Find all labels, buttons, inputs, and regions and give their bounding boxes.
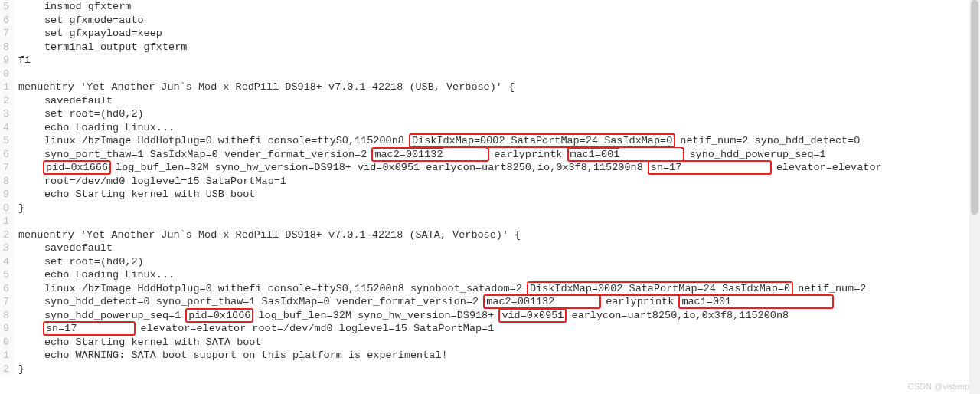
code-line: syno_hdd_detect=0 syno_port_thaw=1 SasId… (18, 295, 980, 309)
highlight-mac1: mac1=001XXXXXXXXXXXXXXXX (678, 294, 833, 309)
code-line: set root=(hd0,2) (18, 107, 980, 121)
code-line: savedefault (18, 241, 980, 255)
redacted-mask: XXXXXXX (554, 296, 598, 306)
line-number: 5 (0, 268, 9, 282)
code-line (18, 215, 980, 228)
line-number: 6 (0, 282, 9, 296)
line-number: 0 (0, 202, 9, 215)
watermark-text: CSDN @vistaup (908, 382, 969, 391)
line-number: 7 (0, 295, 9, 309)
line-number: 6 (0, 14, 9, 28)
line-number: 2 (0, 228, 9, 242)
line-number: 3 (0, 107, 9, 121)
code-line: menuentry 'Yet Another Jun`s Mod x RedPi… (18, 80, 980, 94)
redacted-mask: XXXXXXXXXXXXXX (681, 162, 768, 172)
highlight-sn: sn=17XXXXXXXXX (43, 321, 136, 336)
line-number: 9 (0, 188, 9, 202)
line-number: 1 (0, 215, 9, 228)
line-number: 2 (0, 94, 9, 108)
code-line: set gfxmode=auto (18, 14, 980, 28)
code-line: echo WARNING: SATA boot support on this … (18, 349, 980, 363)
highlight-sn: sn=17XXXXXXXXXXXXXX (648, 160, 772, 175)
line-number-gutter: 5678901234567890123456789012 (0, 0, 14, 376)
code-line: linux /bzImage HddHotplug=0 withefi cons… (18, 282, 980, 296)
redacted-mask: XXXXXXXXXX (619, 148, 681, 158)
code-line: echo Loading Linux... (18, 121, 980, 135)
highlight-mac2: mac2=001132XXXXXXX (483, 294, 601, 309)
highlight-mac1: mac1=001XXXXXXXXXX (567, 147, 685, 162)
line-number: 6 (0, 148, 9, 162)
line-number: 7 (0, 27, 9, 41)
code-line: syno_hdd_powerup_seq=1 pid=0x1666 log_bu… (18, 309, 980, 323)
line-number: 4 (0, 255, 9, 269)
highlight-diskidxmap: DiskIdxMap=0002 SataPortMap=24 SasIdxMap… (409, 133, 675, 148)
line-number: 7 (0, 161, 9, 175)
code-line: terminal_output gfxterm (18, 41, 980, 54)
code-line: root=/dev/md0 loglevel=15 SataPortMap=1 (18, 175, 980, 189)
vertical-scrollbar[interactable] (969, 0, 980, 394)
line-number: 8 (0, 309, 9, 323)
code-line: syno_port_thaw=1 SasIdxMap=0 vender_form… (18, 148, 980, 162)
highlight-diskidxmap: DiskIdxMap=0002 SataPortMap=24 SasIdxMap… (527, 281, 793, 296)
redacted-mask: XXXXXXXXXXXXXXXX (731, 296, 831, 306)
code-line (18, 67, 980, 81)
highlight-vid: vid=0x0951 (498, 308, 567, 323)
code-content[interactable]: insmod gfxterm set gfxmode=auto set gfxp… (14, 0, 980, 376)
code-editor: 5678901234567890123456789012 insmod gfxt… (0, 0, 980, 376)
line-number: 9 (0, 54, 9, 67)
highlight-mac2: mac2=001132XXXXXXX (371, 147, 489, 162)
scrollbar-thumb[interactable] (971, 0, 978, 215)
line-number: 3 (0, 241, 9, 255)
line-number: 8 (0, 41, 9, 54)
code-line: } (18, 363, 980, 376)
code-line: echo Starting kernel with USB boot (18, 188, 980, 202)
code-line: menuentry 'Yet Another Jun`s Mod x RedPi… (18, 228, 980, 242)
line-number: 5 (0, 0, 9, 14)
code-line: fi (18, 54, 980, 67)
code-line: insmod gfxterm (18, 0, 980, 14)
line-number: 1 (0, 80, 9, 94)
line-number: 0 (0, 336, 9, 350)
redacted-mask: XXXXXXX (443, 148, 487, 158)
code-line: echo Starting kernel with SATA boot (18, 336, 980, 350)
line-number: 2 (0, 363, 9, 376)
code-line: echo Loading Linux... (18, 268, 980, 282)
code-line: set root=(hd0,2) (18, 255, 980, 269)
highlight-pid: pid=0x1666 (43, 160, 111, 175)
line-number: 8 (0, 175, 9, 189)
line-number: 0 (0, 67, 9, 81)
line-number: 4 (0, 121, 9, 135)
code-line: linux /bzImage HddHotplug=0 withefi cons… (18, 134, 980, 148)
code-line: sn=17XXXXXXXXX elevator=elevator root=/d… (18, 322, 980, 336)
code-line: set gfxpayload=keep (18, 27, 980, 41)
redacted-mask: XXXXXXXXX (77, 323, 133, 333)
code-line: savedefault (18, 94, 980, 108)
line-number: 9 (0, 322, 9, 336)
line-number: 5 (0, 134, 9, 148)
code-line: pid=0x1666 log_buf_len=32M syno_hw_versi… (18, 161, 980, 175)
highlight-pid: pid=0x1666 (185, 308, 253, 323)
code-line: } (18, 202, 980, 215)
line-number: 1 (0, 349, 9, 363)
